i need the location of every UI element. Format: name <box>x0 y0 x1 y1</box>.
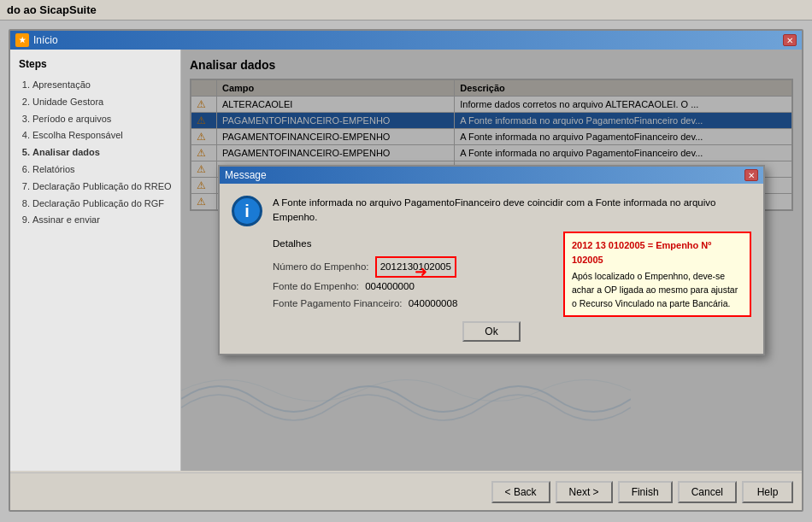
annotation-box: 2012 13 0102005 = Empenho Nº 102005 Após… <box>563 232 751 317</box>
back-button[interactable]: < Back <box>491 481 550 503</box>
sidebar-heading: Steps <box>19 58 172 70</box>
sidebar-item-unidade-gestora[interactable]: Unidade Gestora <box>32 94 172 111</box>
next-button[interactable]: Next > <box>556 481 613 503</box>
fonte-pagamento-label: Fonte Pagamento Financeiro: <box>273 298 403 308</box>
modal-ok-button[interactable]: Ok <box>462 321 520 342</box>
window-close-button[interactable]: ✕ <box>783 34 797 46</box>
sidebar-item-assinar[interactable]: Assinar e enviar <box>32 212 172 229</box>
content-area: Analisar dados Campo Descrição ⚠ ALTERAC… <box>181 50 802 471</box>
cancel-button[interactable]: Cancel <box>678 481 737 503</box>
window-title: Início <box>33 34 58 46</box>
sidebar-item-periodo[interactable]: Período e arquivos <box>32 111 172 128</box>
sidebar-steps-list: Apresentação Unidade Gestora Período e a… <box>19 77 172 229</box>
fonte-empenho-label: Fonte do Empenho: <box>273 281 359 291</box>
info-icon: i <box>232 196 262 226</box>
sidebar-item-apresentacao[interactable]: Apresentação <box>32 77 172 94</box>
modal-body: i A Fonte informada no arquivo Pagamento… <box>220 184 763 354</box>
modal-close-button[interactable]: ✕ <box>744 169 758 181</box>
sidebar-item-relatorios[interactable]: Relatórios <box>32 161 172 179</box>
window-title-bar: ★ Início ✕ <box>10 31 802 50</box>
sidebar-item-declaracao-rgf[interactable]: Declaração Publicação do RGF <box>32 196 172 213</box>
window-icon: ★ <box>15 33 29 47</box>
sidebar-item-analisar[interactable]: Analisar dados <box>32 144 172 161</box>
fonte-pagamento-value: 040000008 <box>409 298 458 308</box>
numero-empenho-label: Número do Empenho: <box>273 261 369 272</box>
modal-main-text: A Fonte informada no arquivo PagamentoFi… <box>273 196 751 226</box>
main-window: ★ Início ✕ Steps Apresentação Unidade Ge… <box>9 29 803 512</box>
sidebar-item-declaracao-rreo[interactable]: Declaração Publicação do RREO <box>32 179 172 196</box>
modal-title: Message <box>225 169 267 181</box>
arrow-icon: ➜ <box>415 262 427 281</box>
annotation-text: Após localizado o Empenhno, deve-se acha… <box>572 270 743 310</box>
message-dialog: Message ✕ i A Fonte informada no arquivo… <box>218 165 765 355</box>
sidebar-item-escolha[interactable]: Escolha Responsável <box>32 127 172 144</box>
window-body: Steps Apresentação Unidade Gestora Perío… <box>10 50 802 471</box>
modal-overlay: Message ✕ i A Fonte informada no arquivo… <box>181 50 802 471</box>
sidebar: Steps Apresentação Unidade Gestora Perío… <box>10 50 181 471</box>
outer-title: do ao SicapSuite <box>0 0 812 21</box>
fonte-empenho-value: 004000000 <box>365 281 415 291</box>
finish-button[interactable]: Finish <box>618 481 673 503</box>
annotation-title: 2012 13 0102005 = Empenho Nº 102005 <box>572 238 743 267</box>
footer-bar: < Back Next > Finish Cancel Help <box>10 472 802 510</box>
help-button[interactable]: Help <box>742 481 793 503</box>
modal-title-bar: Message ✕ <box>220 167 763 184</box>
